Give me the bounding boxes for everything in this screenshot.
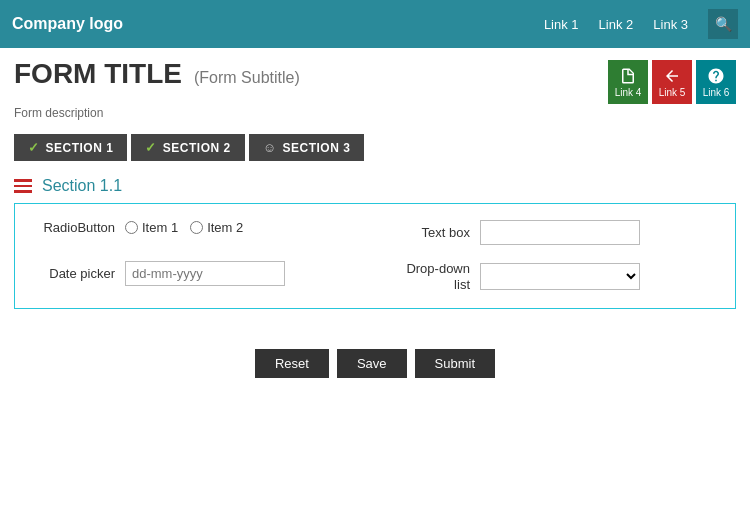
- nav-link-1[interactable]: Link 1: [544, 17, 579, 32]
- icon-link-6-label: Link 6: [703, 87, 730, 98]
- submit-button[interactable]: Submit: [415, 349, 495, 378]
- radio-item-2[interactable]: Item 2: [190, 220, 243, 235]
- form-row-1: RadioButton Item 1 Item 2 Text box: [35, 220, 715, 245]
- icon-link-5-label: Link 5: [659, 87, 686, 98]
- dropdown-field-group: Drop-down list: [390, 261, 715, 292]
- icon-link-4-label: Link 4: [615, 87, 642, 98]
- date-input[interactable]: [125, 261, 285, 286]
- back-icon: [663, 67, 681, 85]
- section-heading: Section 1.1: [42, 177, 122, 195]
- icon-links: Link 4 Link 5 Link 6: [608, 60, 736, 104]
- section-tab-3-label: SECTION 3: [283, 141, 351, 155]
- icon-link-6[interactable]: Link 6: [696, 60, 736, 104]
- section-tab-1-label: SECTION 1: [46, 141, 114, 155]
- icon-link-4[interactable]: Link 4: [608, 60, 648, 104]
- form-title-area: FORM TITLE (Form Subtitle): [14, 58, 300, 90]
- nav-link-3[interactable]: Link 3: [653, 17, 688, 32]
- radio-item-1[interactable]: Item 1: [125, 220, 178, 235]
- help-icon: [707, 67, 725, 85]
- datepicker-label: Date picker: [35, 266, 115, 281]
- icon-link-5[interactable]: Link 5: [652, 60, 692, 104]
- radio-item-1-label: Item 1: [142, 220, 178, 235]
- form-subtitle: (Form Subtitle): [194, 69, 300, 87]
- document-icon: [619, 67, 637, 85]
- radio-input-1[interactable]: [125, 221, 138, 234]
- section-tab-2[interactable]: ✓ SECTION 2: [131, 134, 244, 161]
- section-tabs: ✓ SECTION 1 ✓ SECTION 2 ☺ SECTION 3: [0, 128, 750, 171]
- datepicker-field-group: Date picker: [35, 261, 360, 286]
- radio-label: RadioButton: [35, 220, 115, 235]
- hamburger-icon[interactable]: [14, 179, 32, 193]
- text-input[interactable]: [480, 220, 640, 245]
- dropdown-select[interactable]: [480, 263, 640, 290]
- section-header: Section 1.1: [0, 171, 750, 201]
- person-icon: ☺: [263, 140, 277, 155]
- form-section-box: RadioButton Item 1 Item 2 Text box Date …: [14, 203, 736, 309]
- radio-input-2[interactable]: [190, 221, 203, 234]
- search-button[interactable]: 🔍: [708, 9, 738, 39]
- header: Company logo Link 1 Link 2 Link 3 🔍: [0, 0, 750, 48]
- header-nav: Link 1 Link 2 Link 3 🔍: [544, 9, 738, 39]
- form-row-2: Date picker Drop-down list: [35, 261, 715, 292]
- radio-field-group: RadioButton Item 1 Item 2: [35, 220, 360, 235]
- section-tab-3[interactable]: ☺ SECTION 3: [249, 134, 365, 161]
- dropdown-label-line1: Drop-down: [406, 261, 470, 277]
- radio-item-2-label: Item 2: [207, 220, 243, 235]
- dropdown-label-line2: list: [454, 277, 470, 293]
- section-tab-2-label: SECTION 2: [163, 141, 231, 155]
- dropdown-label: Drop-down list: [390, 261, 470, 292]
- textbox-field-group: Text box: [390, 220, 715, 245]
- check-icon-1: ✓: [28, 140, 40, 155]
- search-icon: 🔍: [715, 16, 732, 32]
- section-tab-1[interactable]: ✓ SECTION 1: [14, 134, 127, 161]
- nav-link-2[interactable]: Link 2: [599, 17, 634, 32]
- bottom-buttons: Reset Save Submit: [0, 319, 750, 398]
- reset-button[interactable]: Reset: [255, 349, 329, 378]
- form-description: Form description: [0, 104, 750, 128]
- save-button[interactable]: Save: [337, 349, 407, 378]
- radio-group: Item 1 Item 2: [125, 220, 243, 235]
- textbox-label: Text box: [390, 225, 470, 240]
- company-logo: Company logo: [12, 15, 123, 33]
- form-title: FORM TITLE: [14, 58, 182, 90]
- check-icon-2: ✓: [145, 140, 157, 155]
